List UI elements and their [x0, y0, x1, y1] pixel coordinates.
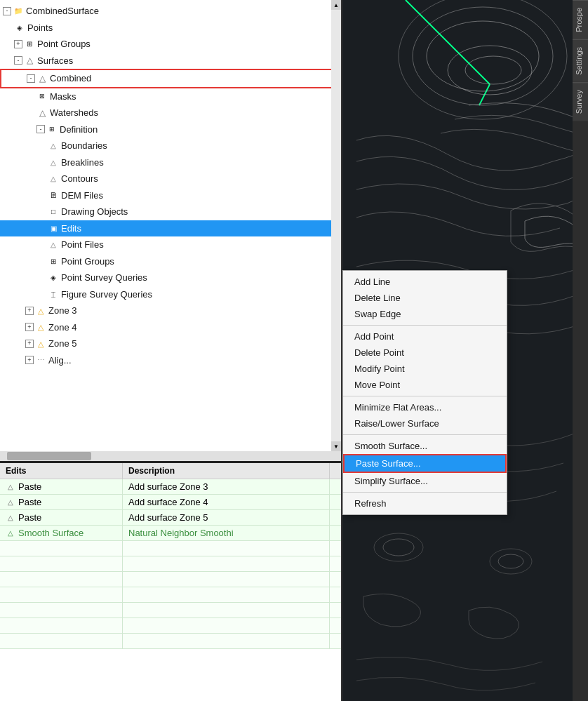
fs-icon: ⌶: [48, 288, 59, 300]
vscroll-down-btn[interactable]: ▼: [331, 441, 341, 451]
tree-item-points[interactable]: ◈ Points: [0, 20, 341, 36]
empty-cell: [0, 572, 123, 587]
tab-survey-label: Survey: [575, 90, 583, 114]
delete-line-label: Delete Line: [354, 293, 401, 303]
delete-point-label: Delete Point: [354, 347, 404, 358]
menu-delete-point[interactable]: Delete Point: [343, 345, 507, 361]
expand-zone5[interactable]: +: [25, 340, 34, 348]
add-line-label: Add Line: [354, 276, 390, 287]
edits-icon: ▣: [48, 222, 59, 234]
table-row[interactable]: △ Paste Add surface Zone 3: [0, 479, 341, 495]
paste-icon-3: △: [6, 513, 15, 523]
empty-cell: [123, 587, 330, 602]
empty-cell: [0, 634, 123, 648]
tree-item-combined[interactable]: - △ Combined: [0, 69, 341, 88]
tree-item-alignments[interactable]: + ⋯ Alig...: [0, 352, 341, 369]
empty-cell: [0, 541, 123, 556]
watershed-icon: △: [36, 107, 48, 119]
menu-swap-edge[interactable]: Swap Edge: [343, 306, 507, 322]
tree-item-definition[interactable]: - ⊞ Definition: [0, 121, 341, 138]
menu-raise-lower[interactable]: Raise/Lower Surface: [343, 415, 507, 432]
tree-item-zone4[interactable]: + △ Zone 4: [0, 319, 341, 336]
vscroll-track: [331, 10, 341, 441]
tree-item-pg2[interactable]: ⊞ Point Groups: [0, 253, 341, 270]
definition-icon: ⊞: [46, 123, 58, 135]
tree-vscrollbar[interactable]: ▲ ▼: [331, 0, 341, 451]
pg2-label: Point Groups: [61, 255, 114, 269]
tree-item-dem-files[interactable]: 🖹 DEM Files: [0, 187, 341, 204]
expand-align[interactable]: +: [25, 356, 34, 364]
table-header: Edits Description: [0, 463, 341, 479]
right-panel: Add Line Delete Line Swap Edge Add Point…: [342, 0, 588, 701]
left-panel: - 📁 CombinedSurface ◈ Points + ⊞ Point G…: [0, 0, 342, 701]
contours-icon: △: [48, 173, 59, 185]
minimize-flat-label: Minimize Flat Areas...: [354, 402, 441, 413]
tree-item-zone5[interactable]: + △ Zone 5: [0, 335, 341, 352]
menu-refresh[interactable]: Refresh: [343, 495, 507, 512]
tab-settings-label: Settings: [575, 47, 583, 75]
expand-pg[interactable]: +: [14, 40, 22, 48]
menu-modify-point[interactable]: Modify Point: [343, 361, 507, 377]
table-row[interactable]: △ Paste Add surface Zone 4: [0, 495, 341, 510]
menu-move-point[interactable]: Move Point: [343, 377, 507, 393]
vscroll-up-btn[interactable]: ▲: [331, 0, 341, 10]
tree-item-point-files[interactable]: △ Point Files: [0, 236, 341, 253]
menu-add-point[interactable]: Add Point: [343, 328, 507, 345]
tree-item-root[interactable]: - 📁 CombinedSurface: [0, 3, 341, 20]
expand-definition[interactable]: -: [36, 125, 45, 133]
surface-icon: △: [24, 55, 35, 66]
menu-delete-line[interactable]: Delete Line: [343, 290, 507, 306]
row1-desc-text: Add surface Zone 3: [128, 481, 208, 492]
empty-cell: [0, 618, 123, 633]
row3-desc-text: Add surface Zone 5: [128, 512, 208, 523]
row3-desc: Add surface Zone 5: [123, 510, 330, 525]
tree-item-masks[interactable]: ⊠ Masks: [0, 88, 341, 105]
tree-item-edits[interactable]: ▣ Edits: [0, 220, 341, 237]
side-tab-survey[interactable]: Survey: [573, 82, 588, 121]
tree-item-boundaries[interactable]: △ Boundaries: [0, 138, 341, 154]
drawing-label: Drawing Objects: [61, 205, 128, 219]
side-tab-prospe[interactable]: Prospe: [573, 0, 588, 39]
expand-root[interactable]: -: [3, 7, 11, 15]
tab-prospe-label: Prospe: [575, 8, 583, 32]
paste-icon-2: △: [6, 498, 15, 507]
expand-combined[interactable]: -: [27, 74, 35, 83]
hscroll-thumb[interactable]: [7, 452, 91, 460]
tree-item-drawing-objects[interactable]: □ Drawing Objects: [0, 203, 341, 220]
table-row-smooth[interactable]: △ Smooth Surface Natural Neighbor Smooth…: [0, 526, 341, 541]
expand-zone4[interactable]: +: [25, 323, 34, 331]
row4-desc: Natural Neighbor Smoothi: [123, 526, 330, 540]
row4-edits: △ Smooth Surface: [0, 526, 123, 540]
row1-desc: Add surface Zone 3: [123, 479, 330, 494]
fs-label: Figure Survey Queries: [61, 288, 152, 302]
cad-area: Add Line Delete Line Swap Edge Add Point…: [342, 0, 588, 701]
menu-minimize-flat[interactable]: Minimize Flat Areas...: [343, 399, 507, 415]
definition-label: Definition: [60, 123, 98, 137]
side-tab-settings[interactable]: Settings: [573, 39, 588, 82]
expand-surfaces[interactable]: -: [14, 56, 22, 65]
paste-surface-label: Paste Surface...: [356, 458, 421, 469]
table-row[interactable]: △ Paste Add surface Zone 5: [0, 510, 341, 526]
tree-hscrollbar[interactable]: [0, 451, 341, 461]
menu-smooth-surface[interactable]: Smooth Surface...: [343, 438, 507, 454]
menu-simplify-surface[interactable]: Simplify Surface...: [343, 473, 507, 489]
menu-add-line[interactable]: Add Line: [343, 274, 507, 290]
tree-item-figure-survey[interactable]: ⌶ Figure Survey Queries: [0, 286, 341, 303]
zone4-label: Zone 4: [48, 321, 76, 335]
tree-item-point-groups[interactable]: + ⊞ Point Groups: [0, 36, 341, 53]
tree-item-zone3[interactable]: + △ Zone 3: [0, 302, 341, 319]
menu-paste-surface[interactable]: Paste Surface...: [343, 454, 507, 473]
empty-row: [0, 572, 341, 587]
dem-label: DEM Files: [61, 189, 103, 203]
tree-item-surfaces[interactable]: - △ Surfaces: [0, 53, 341, 69]
tree-item-point-survey[interactable]: ◈ Point Survey Queries: [0, 269, 341, 286]
tree-item-contours[interactable]: △ Contours: [0, 171, 341, 187]
modify-point-label: Modify Point: [354, 363, 405, 374]
mask-icon: ⊠: [36, 91, 48, 102]
tree-item-breaklines[interactable]: △ Breaklines: [0, 154, 341, 171]
row2-edits-text: Paste: [18, 497, 41, 507]
smooth-surface-label: Smooth Surface...: [354, 441, 427, 451]
expand-zone3[interactable]: +: [25, 307, 34, 315]
tree-item-watersheds[interactable]: △ Watersheds: [0, 105, 341, 121]
point-group-icon: ⊞: [24, 39, 35, 50]
